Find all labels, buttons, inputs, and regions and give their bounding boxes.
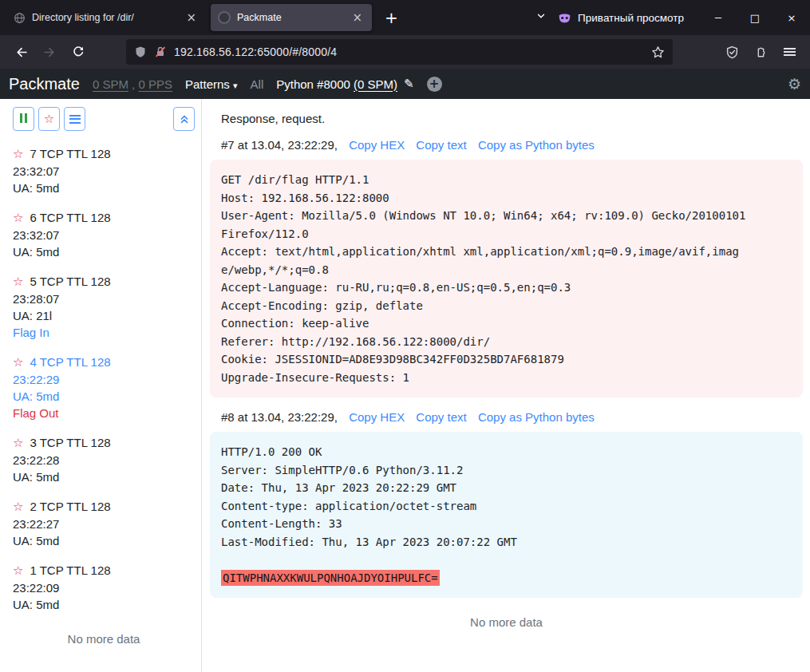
stream-time: 23:22:28 xyxy=(13,452,195,468)
response-content: HTTP/1.0 200 OK Server: SimpleHTTP/0.6 P… xyxy=(221,445,517,548)
flag-out-link[interactable]: Flag Out xyxy=(13,405,195,421)
stream-item-5[interactable]: ☆5 TCP TTL 128 23:28:07 UA: 21l Flag In xyxy=(13,273,195,341)
maximize-button[interactable]: □ xyxy=(737,0,773,35)
app-brand[interactable]: Packmate xyxy=(9,75,80,93)
stream-item-2[interactable]: ☆2 TCP TTL 128 23:22:27 UA: 5md xyxy=(13,498,195,549)
spm-stat: 0 SPM xyxy=(93,77,128,91)
stream-title: 4 TCP TTL 128 xyxy=(30,355,110,369)
chevron-down-icon xyxy=(535,10,547,22)
bookmark-star-icon[interactable] xyxy=(651,45,665,59)
http-response-text: HTTP/1.0 200 OK Server: SimpleHTTP/0.6 P… xyxy=(221,443,746,587)
stream-time: 23:28:07 xyxy=(13,291,195,307)
stream-item-6[interactable]: ☆6 TCP TTL 128 23:32:07 UA: 5md xyxy=(13,209,195,260)
reload-icon xyxy=(72,45,85,58)
copy-text-link[interactable]: Copy text xyxy=(416,410,466,424)
copy-python-bytes-link[interactable]: Copy as Python bytes xyxy=(478,138,595,152)
sidebar-toolbar: ☆ xyxy=(13,107,195,131)
back-button[interactable] xyxy=(8,39,34,65)
menu-button[interactable] xyxy=(776,39,802,65)
tab-directory-listing[interactable]: Directory listing for /dir/ × xyxy=(6,4,206,31)
hamburger-menu-icon xyxy=(784,45,796,58)
packmate-favicon-icon xyxy=(218,11,231,24)
stream-title: 7 TCP TTL 128 xyxy=(30,147,110,160)
edit-service-icon[interactable]: ✎ xyxy=(404,77,414,91)
stream-item-7[interactable]: ☆7 TCP TTL 128 23:32:07 UA: 5md xyxy=(13,145,195,196)
window-controls: ─ □ × xyxy=(700,0,810,35)
flag-highlight: QITWPHNAXXKWULPQNHOAJDYOIHPULFC= xyxy=(221,570,440,586)
stream-title: 1 TCP TTL 128 xyxy=(30,563,110,577)
new-tab-button[interactable]: + xyxy=(377,8,406,27)
content-area: ☆ ☆7 TCP TTL 128 23:32:07 UA: 5m xyxy=(0,99,810,672)
tab-packmate[interactable]: Packmate × xyxy=(211,4,372,31)
service-name: Python #8000 xyxy=(276,77,354,91)
stream-time: 23:22:27 xyxy=(13,516,195,532)
double-chevron-up-icon xyxy=(179,113,190,125)
navigation-bar: 192.168.56.122:65000/#/8000/4 xyxy=(0,35,810,69)
traffic-stats: 0 SPM , 0 PPS xyxy=(93,77,172,91)
copy-text-link[interactable]: Copy text xyxy=(416,138,466,152)
reload-button[interactable] xyxy=(65,39,91,65)
tab-close-icon[interactable]: × xyxy=(184,12,199,24)
scroll-to-top-button[interactable] xyxy=(173,107,195,131)
shield-badge-icon xyxy=(725,45,739,59)
caret-down-icon: ▾ xyxy=(233,81,238,91)
list-icon xyxy=(69,113,81,125)
service-spm-stat: (0 SPM) xyxy=(354,77,397,91)
copy-hex-link[interactable]: Copy HEX xyxy=(349,410,405,424)
sidebar-no-more-data: No more data xyxy=(13,632,195,646)
extensions-button[interactable] xyxy=(748,39,773,65)
forward-button[interactable] xyxy=(37,39,62,65)
stream-ua: UA: 5md xyxy=(13,180,195,196)
minimize-button[interactable]: ─ xyxy=(700,0,737,35)
packet-header: #7 at 13.04, 23:22:29, Copy HEX Copy tex… xyxy=(221,138,803,152)
stream-item-3[interactable]: ☆3 TCP TTL 128 23:22:28 UA: 5md xyxy=(13,434,195,485)
copy-python-bytes-link[interactable]: Copy as Python bytes xyxy=(478,410,595,424)
packet-7: #7 at 13.04, 23:22:29, Copy HEX Copy tex… xyxy=(210,138,803,397)
service-tab-python-8000[interactable]: Python #8000 (0 SPM) xyxy=(276,77,397,91)
main-no-more-data: No more data xyxy=(210,615,803,629)
tracking-protection-shield-icon[interactable] xyxy=(134,45,147,58)
favorite-star-icon[interactable]: ☆ xyxy=(13,355,23,370)
stream-time: 23:22:09 xyxy=(13,579,195,596)
protections-button[interactable] xyxy=(719,39,745,65)
list-all-tabs-button[interactable] xyxy=(529,6,553,30)
stream-time: 23:22:29 xyxy=(13,371,195,388)
favorite-star-icon[interactable]: ☆ xyxy=(13,500,23,514)
pause-button[interactable] xyxy=(13,107,34,131)
stream-title: 3 TCP TTL 128 xyxy=(30,436,110,449)
star-icon: ☆ xyxy=(44,112,54,126)
patterns-dropdown[interactable]: Patterns ▾ xyxy=(185,77,238,91)
packet-label: #7 at 13.04, 23:22:29, xyxy=(221,138,338,152)
favorite-star-icon[interactable]: ☆ xyxy=(13,436,23,450)
favorite-star-icon[interactable]: ☆ xyxy=(13,211,23,225)
stream-item-1[interactable]: ☆1 TCP TTL 128 23:22:09 UA: 5md xyxy=(13,562,195,613)
add-service-button[interactable]: + xyxy=(427,77,442,92)
packets-panel: Response, request. #7 at 13.04, 23:22:29… xyxy=(202,99,810,672)
streams-sidebar: ☆ ☆7 TCP TTL 128 23:32:07 UA: 5m xyxy=(0,99,202,672)
stream-ua: UA: 5md xyxy=(13,243,195,260)
stream-ua: UA: 5md xyxy=(13,532,195,549)
favorite-star-icon[interactable]: ☆ xyxy=(13,147,23,161)
packet-label: #8 at 13.04, 23:22:29, xyxy=(221,410,338,424)
insecure-lock-icon[interactable] xyxy=(154,45,167,58)
extensions-puzzle-icon xyxy=(754,45,768,59)
packet-header: #8 at 13.04, 23:22:29, Copy HEX Copy tex… xyxy=(221,410,803,424)
favorites-filter-button[interactable]: ☆ xyxy=(38,107,60,131)
list-view-button[interactable] xyxy=(64,107,85,131)
tab-close-icon[interactable]: × xyxy=(350,12,365,24)
url-bar[interactable]: 192.168.56.122:65000/#/8000/4 xyxy=(126,39,673,65)
back-arrow-icon xyxy=(14,45,28,59)
window-close-button[interactable]: × xyxy=(773,0,810,35)
pps-stat: 0 PPS xyxy=(138,77,172,91)
packmate-header: Packmate 0 SPM , 0 PPS Patterns ▾ All Py… xyxy=(0,69,810,99)
favorite-star-icon[interactable]: ☆ xyxy=(13,275,23,289)
tab-title: Directory listing for /dir/ xyxy=(32,12,177,23)
stream-title: 5 TCP TTL 128 xyxy=(30,275,110,288)
stream-item-4-selected[interactable]: ☆4 TCP TTL 128 23:22:29 UA: 5md Flag Out xyxy=(13,354,195,421)
flag-in-link[interactable]: Flag In xyxy=(13,324,195,341)
service-tab-all[interactable]: All xyxy=(251,77,264,91)
copy-hex-link[interactable]: Copy HEX xyxy=(349,138,405,152)
settings-gear-icon[interactable]: ⚙ xyxy=(788,75,801,93)
favorite-star-icon[interactable]: ☆ xyxy=(13,563,23,578)
stream-title: 6 TCP TTL 128 xyxy=(30,211,110,224)
